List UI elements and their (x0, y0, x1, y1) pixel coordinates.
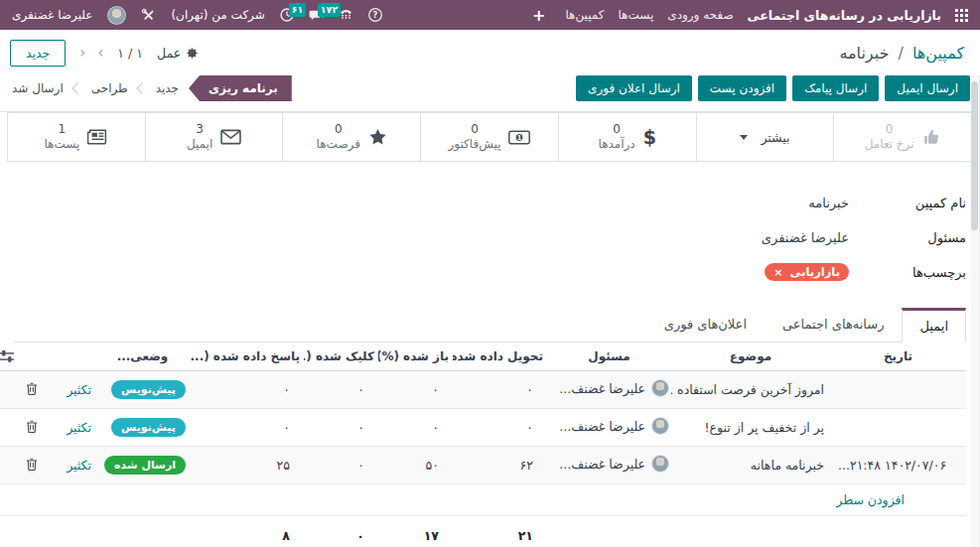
phone-icon[interactable] (339, 8, 353, 22)
stat-emails-value: 3 (196, 122, 204, 137)
vertical-scrollbar[interactable] (971, 75, 980, 547)
total-clicked: ۰ (304, 516, 378, 547)
responsible-avatar (651, 455, 669, 473)
send-sms-button[interactable]: ارسال پیامک (792, 75, 879, 101)
responsible-label: مسئول (849, 230, 966, 245)
help-icon[interactable]: ? (368, 8, 382, 22)
send-push-button[interactable]: ارسال اعلان فوری (576, 75, 692, 101)
duplicate-link[interactable]: تکثیر (67, 382, 91, 397)
col-clicked[interactable]: کلیک شده (... (304, 342, 378, 371)
scrollbar-thumb[interactable] (971, 81, 978, 230)
tab-social-media[interactable]: رسانه‌های اجتماعی (765, 308, 902, 342)
duplicate-link[interactable]: تکثیر (67, 420, 91, 435)
stage-sent[interactable]: ارسال شد (12, 81, 64, 95)
stat-quotations[interactable]: 1 0 پیش‌فاکتور (420, 112, 559, 162)
stat-posts[interactable]: 1 پست‌ها (7, 112, 146, 162)
cell-duplicate: تکثیر (46, 371, 95, 409)
col-status[interactable]: وضعی... (95, 342, 190, 371)
activities-badge: ۶۱ (289, 3, 307, 17)
stage-planning-active[interactable]: برنامه ریزی (189, 75, 292, 101)
status-badge: ارسال شده (104, 456, 186, 475)
tab-email[interactable]: ایمیل (902, 308, 966, 342)
caret-down-icon (740, 135, 748, 140)
stage-separator-icon (71, 82, 82, 93)
col-delivered[interactable]: تحویل داده شده (... (453, 342, 547, 371)
tab-push-notifications[interactable]: اعلان‌های فوری (646, 308, 765, 342)
apps-grid-icon[interactable] (955, 9, 968, 22)
add-line-link[interactable]: افزودن سطر (836, 492, 905, 507)
breadcrumb-campaigns-link[interactable]: کمپین‌ها (912, 44, 964, 63)
stat-opportunities[interactable]: 0 فرصت‌ها (282, 112, 421, 162)
stat-more-dropdown[interactable]: بیشتر (696, 112, 835, 162)
add-post-button[interactable]: افزودن پست (698, 75, 786, 101)
stage-new[interactable]: جدید (156, 81, 179, 95)
star-icon (368, 128, 387, 146)
action-menu-label: عمل (157, 46, 181, 61)
duplicate-link[interactable]: تکثیر (67, 458, 91, 473)
cell-status: ارسال شده (95, 447, 190, 484)
col-responsible[interactable]: مسئول (547, 342, 671, 371)
mailings-table: تاریخ موضوع مسئول تحویل داده شده (... با… (0, 342, 966, 547)
col-delete (18, 342, 46, 371)
total-opened: ۱۷ (378, 516, 453, 547)
col-date[interactable]: تاریخ (830, 342, 966, 371)
stat-revenues-label: درآمدها (599, 137, 635, 152)
campaign-name-input[interactable]: خبرنامه (808, 196, 849, 210)
trash-icon[interactable] (26, 420, 38, 433)
tools-icon[interactable] (141, 8, 156, 23)
cell-duplicate: تکثیر (46, 409, 95, 447)
notebook-tabs: ایمیل رسانه‌های اجتماعی اعلان‌های فوری (14, 307, 966, 342)
add-stream-plus-icon[interactable]: + (532, 6, 545, 25)
send-email-button[interactable]: ارسال ایمیل (885, 75, 970, 101)
pager-prev-icon[interactable]: ‹ (79, 44, 85, 62)
nav-menu-posts[interactable]: پست‌ها (618, 8, 653, 22)
cell-date (830, 409, 966, 447)
top-navbar: بازاریابی در رسانه‌های اجتماعی صفحه ورود… (0, 0, 980, 30)
messages-badge: ۱۷۲ (318, 3, 341, 17)
col-opened[interactable]: باز شده (%) (378, 342, 453, 371)
messages-icon[interactable]: ۱۷۲ (309, 8, 324, 22)
control-panel-actions: عمل ۱ / ۱ › ‹ جدید (10, 40, 199, 67)
cell-delete (18, 371, 46, 409)
tag-marketing-text: بازاریابی (790, 265, 840, 279)
pager-next-icon[interactable]: › (97, 44, 103, 62)
stat-engagement-value: 0 (886, 122, 894, 137)
stat-revenues[interactable]: $ 0 درآمدها (558, 112, 697, 162)
new-button[interactable]: جدید (10, 40, 66, 67)
nav-menu-campaigns[interactable]: کمپین‌ها (565, 8, 604, 22)
mailing-row[interactable]: پر از تخفیف پر از تنوع! علیرضا غضنف... ۰… (0, 409, 966, 447)
field-tags: برچسب‌ها بازاریابی × (14, 261, 966, 283)
mailing-row[interactable]: ۱۴۰۲/۰۷/۰۶ ۲۱:۴۸... خبرنامه ماهانه علیرض… (0, 447, 966, 484)
dollar-icon: $ (643, 126, 656, 148)
cell-delete (18, 409, 46, 447)
trash-icon[interactable] (26, 458, 38, 471)
header-buttons: ارسال ایمیل ارسال پیامک افزودن پست ارسال… (576, 75, 970, 101)
stage-design[interactable]: طراحی (91, 81, 128, 95)
cell-responsible: علیرضا غضنف... (547, 409, 671, 447)
nav-menu-dashboard[interactable]: صفحه ورودی (667, 8, 733, 22)
user-avatar[interactable] (107, 6, 126, 25)
breadcrumb: کمپین‌ها / خبرنامه (839, 44, 964, 63)
tags-label: برچسب‌ها (849, 265, 966, 280)
mailing-row[interactable]: امروز آخرین فرصت استفاده ... علیرضا غضنف… (0, 371, 966, 409)
app-title[interactable]: بازاریابی در رسانه‌های اجتماعی (748, 8, 941, 23)
tag-marketing[interactable]: بازاریابی × (765, 263, 849, 281)
column-settings-icon[interactable] (0, 342, 18, 371)
cell-responsible: علیرضا غضنف... (547, 447, 671, 484)
stat-revenues-value: 0 (613, 122, 621, 137)
stat-emails[interactable]: 3 ایمیل (145, 112, 284, 162)
tag-remove-icon[interactable]: × (773, 267, 782, 278)
company-switcher[interactable]: شرکت من (تهران) (171, 8, 264, 22)
responsible-input[interactable]: علیرضا غضنفری (762, 230, 849, 245)
user-menu[interactable]: علیرضا غضنفری (12, 8, 92, 22)
responsible-avatar (651, 417, 669, 435)
activities-clock-icon[interactable]: ۶۱ (280, 8, 294, 22)
control-panel: کمپین‌ها / خبرنامه عمل ۱ / ۱ › ‹ جدید (0, 30, 980, 75)
action-menu[interactable]: عمل (157, 46, 199, 61)
stat-engagement: 0 نرخ تعامل (833, 112, 972, 162)
col-replied[interactable]: پاسخ داده شده (... (190, 342, 304, 371)
cell-status: پیش‌نویس (95, 409, 190, 447)
trash-icon[interactable] (26, 382, 38, 395)
col-subject[interactable]: موضوع (671, 342, 830, 371)
stat-posts-label: پست‌ها (44, 137, 79, 152)
